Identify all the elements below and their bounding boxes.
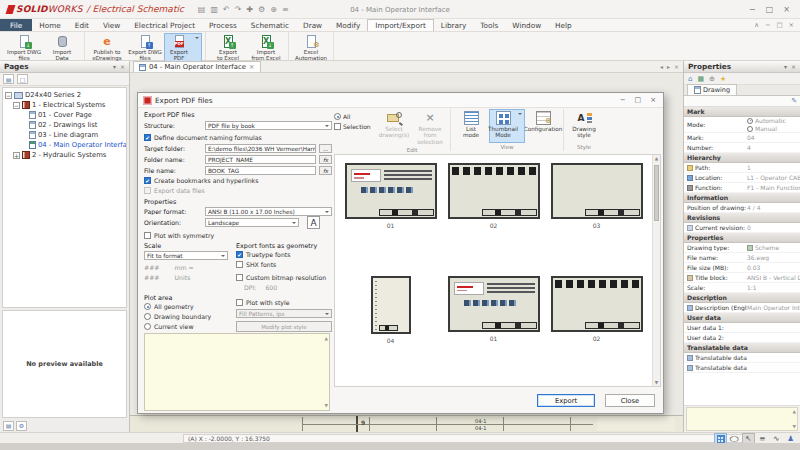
list-mode-button[interactable]: Listmode — [453, 109, 489, 143]
edit-pencil-icon[interactable]: ✎ — [791, 97, 797, 105]
window-minimize-button[interactable]: − — [749, 5, 756, 14]
open-icon[interactable]: ▤ — [198, 5, 206, 14]
menu-edit[interactable]: Edit — [68, 19, 96, 31]
tree-item-line-diagram[interactable]: 03 - Line diagram — [3, 130, 126, 140]
truetype-checkbox[interactable]: ✔ — [236, 251, 243, 258]
drawing-boundary-radio[interactable] — [144, 313, 151, 320]
scroll-down-icon[interactable]: ▼ — [793, 424, 796, 429]
properties-comment-box[interactable]: ▲ ▼ — [686, 407, 798, 431]
orientation-select[interactable]: Landscape — [205, 218, 299, 227]
folder-formula-button[interactable]: fx — [319, 155, 332, 164]
scroll-up-icon[interactable]: ▲ — [653, 156, 660, 161]
selection-checkbox[interactable] — [334, 123, 341, 130]
browse-button[interactable]: ... — [319, 144, 332, 153]
tree-item-cover-page[interactable]: 01 - Cover Page — [3, 110, 126, 120]
menu-schematic[interactable]: Schematic — [244, 19, 296, 31]
menu-electrical-project[interactable]: Electrical Project — [127, 19, 202, 31]
scroll-up-icon[interactable]: ▲ — [793, 409, 796, 414]
doc-minimize-button[interactable]: − — [765, 21, 770, 29]
remove-from-selection-button[interactable]: × Remove fromselection — [412, 109, 448, 146]
bookmarks-row[interactable]: ✔ Create bookmarks and hyperlinks — [144, 177, 332, 184]
close-button[interactable]: Close — [605, 394, 655, 407]
symmetry-row[interactable]: Plot with symmetry — [144, 232, 332, 239]
file-name-input[interactable]: BOOK_TAG — [205, 166, 316, 175]
define-naming-checkbox[interactable]: ✔ — [144, 134, 151, 141]
all-geometry-row[interactable]: All geometry — [144, 303, 228, 310]
drawing-style-button[interactable]: A Drawingstyle — [566, 109, 602, 143]
bitmap-checkbox[interactable] — [236, 274, 243, 281]
menu-tools[interactable]: Tools — [473, 19, 505, 31]
menu-file[interactable]: File — [0, 19, 32, 31]
scroll-down-icon[interactable]: ▼ — [325, 403, 328, 408]
menu-library[interactable]: Library — [434, 19, 474, 31]
tab-close-icon[interactable]: × — [249, 63, 255, 71]
tree-item-main-operator-interface[interactable]: 04 - Main Operator Interface — [3, 140, 126, 150]
export-to-excel-button[interactable]: X↑ Exportto Excel — [209, 33, 247, 62]
mode-automatic-row[interactable]: Automatic — [747, 117, 800, 124]
expander-icon[interactable]: − — [5, 92, 12, 99]
book-view-icon[interactable]: □ — [17, 74, 28, 84]
dialog-minimize-button[interactable]: − — [620, 96, 626, 104]
dialog-titlebar[interactable]: Export PDF files − □ × — [138, 93, 663, 108]
document-tab[interactable]: 04 - Main Operator Interface × — [133, 61, 261, 72]
current-view-radio[interactable] — [144, 323, 151, 330]
ribbon-collapse-button[interactable]: ∧ — [754, 21, 759, 29]
manual-radio[interactable] — [747, 126, 753, 132]
drawing-boundary-row[interactable]: Drawing boundary — [144, 313, 228, 320]
modify-plot-style-button[interactable]: Modify plot style — [236, 321, 332, 332]
define-naming-row[interactable]: ✔ Define document naming formulas — [144, 134, 332, 141]
grid-view-icon[interactable]: ▦ — [697, 75, 704, 83]
export-button[interactable]: Export — [537, 394, 595, 407]
import-from-excel-button[interactable]: X↓ Importfrom Excel — [247, 33, 285, 62]
window-close-button[interactable]: × — [783, 5, 790, 14]
target-icon[interactable]: ⊕ — [709, 75, 715, 83]
menu-view[interactable]: View — [96, 19, 127, 31]
comment-box[interactable]: ▲ ▼ — [144, 333, 330, 411]
tab-scroll-left-icon[interactable]: ◂ — [660, 63, 663, 70]
filter-all-row[interactable]: All — [334, 113, 374, 120]
menu-process[interactable]: Process — [202, 19, 244, 31]
plot-style-checkbox[interactable] — [236, 299, 243, 306]
bitmap-row[interactable]: Custom bitmap resolution — [236, 274, 332, 281]
automatic-radio[interactable] — [747, 118, 753, 124]
symmetry-checkbox[interactable] — [144, 232, 151, 239]
tree-item-book-hydraulic[interactable]: + 2 - Hydraulic Systems — [3, 150, 126, 160]
scrollbar-thumb[interactable] — [654, 165, 659, 221]
import-data-button[interactable]: ImportData — [43, 33, 81, 62]
thumbnail-scrollbar[interactable]: ▲ ▼ — [652, 155, 660, 386]
menu-home[interactable]: Home — [32, 19, 68, 31]
drawing-thumbnail-04[interactable] — [371, 276, 411, 334]
drawing-thumbnail-03[interactable] — [551, 163, 643, 219]
properties-dock-icon[interactable]: ▾ — [784, 63, 787, 70]
shx-row[interactable]: SHX fonts — [236, 261, 332, 268]
all-geometry-radio[interactable] — [144, 303, 151, 310]
favorite-star-icon[interactable]: ★ — [720, 75, 726, 83]
mode-manual-row[interactable]: Manual — [747, 125, 800, 132]
preview-settings-icon[interactable]: ⚙ — [16, 421, 27, 431]
drawing-thumbnail-06[interactable] — [551, 276, 643, 332]
properties-close-icon[interactable]: × — [791, 63, 796, 70]
pages-close-icon[interactable]: × — [120, 63, 125, 70]
preview-mode-icon[interactable]: ▤ — [3, 421, 14, 431]
expander-icon[interactable]: + — [13, 152, 20, 159]
drawing-thumbnail-05[interactable] — [448, 276, 540, 332]
drawing-thumbnail-02[interactable] — [448, 163, 540, 219]
target-folder-input[interactable]: E:\demo files\2036 WH Vermeer\Harness & … — [205, 144, 316, 153]
drawing-thumbnail-01[interactable] — [345, 163, 437, 219]
tab-scroll-right-icon[interactable]: ▸ — [667, 63, 670, 70]
undo-icon[interactable]: ↶ — [223, 5, 230, 14]
window-maximize-button[interactable]: □ — [766, 5, 774, 14]
home-icon[interactable]: ⌂ — [688, 75, 692, 83]
doc-close-button[interactable]: × — [789, 21, 794, 29]
plot-style-row[interactable]: Plot with style — [236, 299, 332, 306]
shx-checkbox[interactable] — [236, 261, 243, 268]
plot-style-select[interactable]: Fill Patterns, ips — [236, 309, 332, 318]
tab-drawing[interactable]: Drawing — [687, 84, 737, 95]
folder-name-input[interactable]: PROJECT_NAME — [205, 155, 316, 164]
scroll-up-icon[interactable]: ▲ — [325, 336, 328, 341]
configuration-button[interactable]: ⚙ Configuration — [525, 109, 561, 143]
menu-draw[interactable]: Draw — [296, 19, 329, 31]
menu-help[interactable]: Help — [548, 19, 579, 31]
bookmarks-checkbox[interactable]: ✔ — [144, 177, 151, 184]
expander-icon[interactable]: − — [13, 102, 20, 109]
